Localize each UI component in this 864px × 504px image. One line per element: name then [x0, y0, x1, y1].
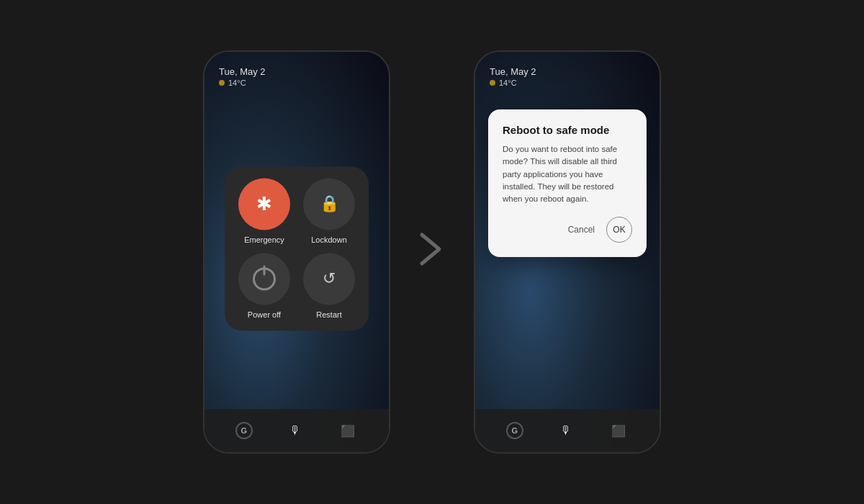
- google-label: G: [240, 426, 247, 435]
- main-scene: Tue, May 2 14°C ✱ Emergency 🔒 Lockdown: [0, 0, 864, 504]
- reboot-dialog: Reboot to safe mode Do you want to reboo…: [488, 109, 647, 257]
- phone-1-weather: 14°C: [219, 78, 266, 87]
- restart-icon: ↺: [323, 269, 336, 288]
- transition-arrow: [419, 232, 445, 273]
- emergency-button[interactable]: ✱ Emergency: [236, 178, 292, 244]
- phone-1-top: Tue, May 2 14°C: [219, 66, 266, 87]
- google-button[interactable]: G: [235, 422, 253, 439]
- phone-1-bottom-bar: G 🎙 ⬛: [204, 409, 389, 452]
- phone-1: Tue, May 2 14°C ✱ Emergency 🔒 Lockdown: [203, 50, 390, 454]
- lockdown-icon: 🔒: [320, 194, 339, 213]
- mic-icon: 🎙: [289, 424, 301, 437]
- restart-button[interactable]: ↺ Restart: [301, 253, 357, 319]
- lockdown-label: Lockdown: [311, 235, 347, 244]
- camera-icon: ⬛: [341, 424, 355, 438]
- ok-button[interactable]: OK: [606, 217, 632, 243]
- lockdown-circle: 🔒: [303, 178, 355, 230]
- poweroff-label: Power off: [248, 310, 281, 319]
- dialog-body: Do you want to reboot into safe mode? Th…: [503, 143, 632, 205]
- poweroff-inner-ring: [253, 267, 276, 290]
- weather-icon: [219, 80, 225, 86]
- poweroff-circle: [238, 253, 290, 305]
- mic-button[interactable]: 🎙: [285, 420, 305, 441]
- dialog-overlay: Reboot to safe mode Do you want to reboo…: [475, 52, 660, 452]
- dialog-actions: Cancel OK: [503, 217, 632, 243]
- emergency-label: Emergency: [244, 235, 284, 244]
- camera-button[interactable]: ⬛: [338, 420, 358, 441]
- dialog-title: Reboot to safe mode: [503, 124, 632, 136]
- poweroff-button[interactable]: Power off: [236, 253, 292, 319]
- phone-1-date: Tue, May 2: [219, 66, 266, 77]
- phone-1-temp: 14°C: [228, 78, 246, 87]
- restart-label: Restart: [316, 310, 341, 319]
- emergency-icon: ✱: [256, 193, 272, 215]
- restart-circle: ↺: [303, 253, 355, 305]
- emergency-circle: ✱: [238, 178, 290, 230]
- power-menu: ✱ Emergency 🔒 Lockdown Power off: [225, 166, 369, 330]
- phone-2: Tue, May 2 14°C Reboot to safe mode Do y…: [474, 50, 661, 454]
- cancel-button[interactable]: Cancel: [562, 222, 600, 238]
- lockdown-button[interactable]: 🔒 Lockdown: [301, 178, 357, 244]
